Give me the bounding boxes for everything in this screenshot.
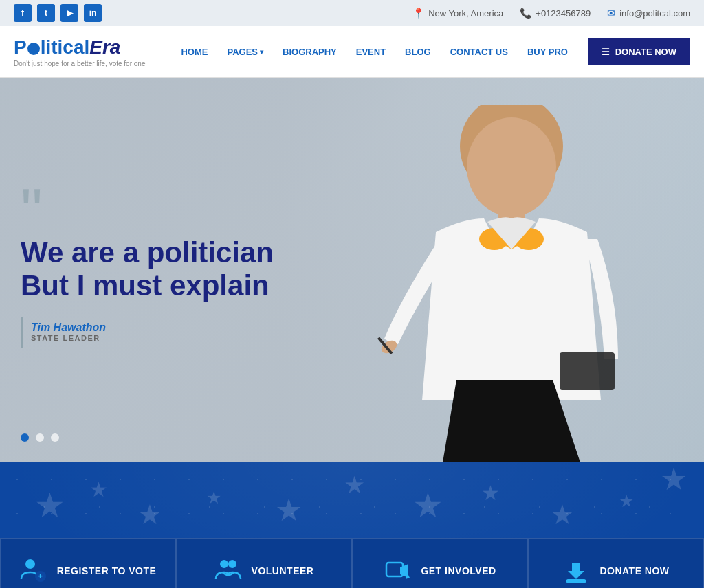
- author-divider: [21, 317, 23, 348]
- stars-decoration: ★ ★ ★ ★ ★ ★ ★ ★ ★ ★ ★: [0, 462, 704, 538]
- chevron-down-icon: ▾: [260, 48, 263, 56]
- register-icon: +: [20, 557, 47, 585]
- email-text: info@politcal.com: [619, 8, 690, 19]
- location-item: 📍 New York, America: [412, 8, 503, 19]
- logo-political: P: [14, 36, 27, 58]
- slide-dot-1[interactable]: [21, 433, 29, 442]
- svg-text:★: ★: [34, 486, 65, 525]
- nav-home[interactable]: HOME: [173, 41, 216, 63]
- hero-person: [360, 105, 649, 462]
- nav-event[interactable]: EVENT: [348, 41, 394, 63]
- svg-rect-27: [566, 579, 586, 583]
- donate-now-card[interactable]: DONATE NOW: [528, 538, 704, 588]
- svg-point-1: [467, 117, 556, 216]
- register-label: REGISTER TO VOTE: [57, 565, 157, 576]
- social-links: f t ▶ in: [14, 4, 102, 22]
- email-item: ✉ info@politcal.com: [607, 8, 690, 19]
- involved-label: GET INVOLVED: [421, 565, 496, 576]
- svg-point-25: [228, 560, 236, 568]
- navbar: P litical Era Don't just hope for a bett…: [0, 26, 704, 78]
- phone-text: +0123456789: [536, 8, 591, 19]
- hero-title: We are a politician But I must explain: [21, 236, 309, 303]
- svg-text:★: ★: [344, 471, 365, 498]
- phone-item: 📞 +0123456789: [520, 8, 591, 19]
- register-to-vote-card[interactable]: + REGISTER TO VOTE: [0, 538, 176, 588]
- nav-pages[interactable]: PAGES ▾: [219, 41, 272, 63]
- donate-button[interactable]: ☰ DONATE NOW: [588, 38, 690, 65]
- donate-label: DONATE NOW: [615, 47, 676, 57]
- nav-blog[interactable]: BLOG: [397, 41, 439, 63]
- logo-circle: [28, 43, 40, 55]
- quote-mark: ": [21, 192, 309, 229]
- svg-text:+: +: [38, 572, 43, 581]
- svg-point-21: [25, 559, 35, 569]
- location-icon: 📍: [412, 8, 424, 19]
- action-cards-container: + REGISTER TO VOTE VOLUNTEER: [0, 538, 704, 588]
- blue-band: ★ ★ ★ ★ ★ ★ ★ ★ ★ ★ ★: [0, 462, 704, 538]
- involved-icon: [384, 557, 411, 585]
- nav-buypro[interactable]: BUY PRO: [519, 41, 576, 63]
- svg-rect-5: [560, 352, 615, 390]
- svg-text:★: ★: [550, 499, 575, 530]
- nav-biography[interactable]: BIOGRAPHY: [274, 41, 345, 63]
- svg-text:★: ★: [206, 488, 221, 507]
- donate-card-label: DONATE NOW: [600, 565, 669, 576]
- slider-dots: [21, 433, 59, 442]
- svg-text:★: ★: [481, 482, 500, 504]
- facebook-icon[interactable]: f: [14, 4, 32, 22]
- action-cards: + REGISTER TO VOTE VOLUNTEER: [0, 538, 704, 588]
- volunteer-icon: [214, 557, 242, 585]
- hero-author: Tim Hawathon STATE LEADER: [21, 317, 309, 348]
- svg-text:★: ★: [89, 478, 108, 501]
- svg-text:★: ★: [275, 493, 302, 528]
- author-name: Tim Hawathon: [31, 321, 106, 334]
- volunteer-label: VOLUNTEER: [252, 565, 314, 576]
- hero-section: " We are a politician But I must explain…: [0, 78, 704, 462]
- svg-text:★: ★: [412, 486, 443, 525]
- svg-text:★: ★: [619, 491, 634, 510]
- contact-info: 📍 New York, America 📞 +0123456789 ✉ info…: [412, 8, 690, 19]
- slide-dot-3[interactable]: [51, 433, 59, 442]
- hero-content: " We are a politician But I must explain…: [21, 192, 309, 348]
- location-text: New York, America: [428, 8, 503, 19]
- top-bar: f t ▶ in 📍 New York, America 📞 +01234567…: [0, 0, 704, 26]
- author-title: STATE LEADER: [31, 334, 106, 342]
- twitter-icon[interactable]: t: [37, 4, 55, 22]
- logo-litical: litical: [41, 36, 90, 58]
- volunteer-card[interactable]: VOLUNTEER: [176, 538, 352, 588]
- logo-tagline: Don't just hope for a better life, vote …: [14, 60, 145, 67]
- logo-era: Era: [89, 36, 120, 58]
- nav-contact[interactable]: CONTACT US: [442, 41, 516, 63]
- donate-card-icon: [562, 557, 590, 585]
- youtube-icon[interactable]: ▶: [60, 4, 78, 22]
- svg-text:★: ★: [138, 499, 162, 530]
- logo[interactable]: P litical Era Don't just hope for a bett…: [14, 36, 145, 67]
- svg-point-24: [220, 560, 228, 568]
- svg-text:★: ★: [660, 462, 688, 497]
- slide-dot-2[interactable]: [36, 433, 44, 442]
- person-svg: [374, 105, 635, 462]
- nav-links: HOME PAGES ▾ BIOGRAPHY EVENT BLOG CONTAC…: [173, 41, 580, 63]
- get-involved-card[interactable]: GET INVOLVED: [352, 538, 528, 588]
- email-icon: ✉: [607, 8, 615, 19]
- phone-icon: 📞: [520, 8, 531, 19]
- instagram-icon[interactable]: in: [84, 4, 102, 22]
- bottom-section: ★ ★ ★ ★ ★ ★ ★ ★ ★ ★ ★ +: [0, 462, 704, 588]
- donate-icon: ☰: [602, 47, 610, 57]
